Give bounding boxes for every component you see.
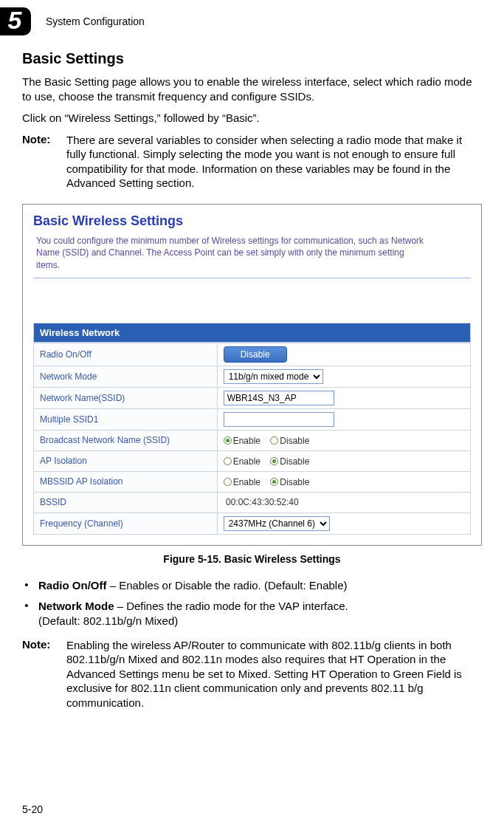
broadcast-disable-radio[interactable] bbox=[270, 436, 278, 445]
mbssid-enable-radio[interactable] bbox=[224, 478, 232, 486]
bullet-bold: Radio On/Off bbox=[38, 579, 107, 592]
row-broadcast: Broadcast Network Name (SSID) Enable Dis… bbox=[34, 430, 471, 450]
broadcast-disable-label: Disable bbox=[280, 436, 309, 446]
broadcast-enable-radio[interactable] bbox=[224, 436, 232, 445]
note-text: Enabling the wireless AP/Router to commu… bbox=[66, 638, 482, 710]
bullet-rest-line2: (Default: 802.11b/g/n Mixed) bbox=[38, 614, 178, 627]
note-label: Note: bbox=[22, 133, 59, 191]
label-ssid: Network Name(SSID) bbox=[34, 387, 218, 408]
network-mode-select[interactable]: 11b/g/n mixed mode bbox=[224, 369, 323, 384]
row-ap-isolation: AP Isolation Enable Disable bbox=[34, 450, 471, 471]
chapter-number-badge: 5 bbox=[0, 7, 31, 35]
apiso-disable-label: Disable bbox=[280, 456, 309, 467]
mbssid-enable-label: Enable bbox=[233, 477, 260, 487]
note-block-2: Note: Enabling the wireless AP/Router to… bbox=[22, 638, 482, 710]
mbssid-disable-radio[interactable] bbox=[270, 478, 278, 486]
figure-subtitle: You could configure the minimum number o… bbox=[33, 235, 427, 272]
label-radio-onoff: Radio On/Off bbox=[34, 343, 218, 366]
row-mssid1: Multiple SSID1 bbox=[34, 408, 471, 430]
value-bssid: 00:0C:43:30:52:40 bbox=[217, 492, 470, 513]
page-header: 5 System Configuration bbox=[0, 7, 482, 35]
label-network-mode: Network Mode bbox=[34, 366, 218, 387]
bullet-rest-line1: – Defines the radio mode for the VAP int… bbox=[114, 600, 348, 612]
intro-paragraph-2: Click on “Wireless Settings,” followed b… bbox=[22, 111, 482, 126]
note-block-1: Note: There are several variables to con… bbox=[22, 133, 482, 191]
label-frequency: Frequency (Channel) bbox=[34, 513, 218, 534]
label-bssid: BSSID bbox=[34, 492, 218, 513]
label-mssid1: Multiple SSID1 bbox=[34, 408, 218, 430]
label-broadcast: Broadcast Network Name (SSID) bbox=[34, 430, 218, 450]
table-header: Wireless Network bbox=[33, 323, 471, 343]
disable-button[interactable]: Disable bbox=[224, 346, 287, 363]
bullet-network-mode: • Network Mode – Defines the radio mode … bbox=[22, 599, 482, 629]
bullet-text: Radio On/Off – Enables or Disable the ra… bbox=[38, 578, 482, 593]
bullet-bold: Network Mode bbox=[38, 600, 114, 612]
row-frequency: Frequency (Channel) 2437MHz (Channel 6) bbox=[34, 513, 471, 534]
bullet-radio-onoff: • Radio On/Off – Enables or Disable the … bbox=[22, 578, 482, 593]
figure-box: Basic Wireless Settings You could config… bbox=[22, 204, 482, 546]
bullet-dot-icon: • bbox=[22, 578, 31, 593]
frequency-select[interactable]: 2437MHz (Channel 6) bbox=[224, 516, 330, 531]
mssid1-input[interactable] bbox=[224, 412, 334, 427]
note-label: Note: bbox=[22, 638, 59, 710]
divider bbox=[33, 278, 471, 278]
apiso-enable-label: Enable bbox=[233, 456, 260, 467]
bullet-text: Network Mode – Defines the radio mode fo… bbox=[38, 599, 482, 629]
broadcast-enable-label: Enable bbox=[233, 436, 260, 446]
bullet-rest: – Enables or Disable the radio. (Default… bbox=[107, 579, 348, 592]
figure-caption: Figure 5-15. Basic Wireless Settings bbox=[22, 553, 482, 565]
section-title: Basic Settings bbox=[22, 50, 482, 67]
apiso-enable-radio[interactable] bbox=[224, 457, 232, 465]
settings-table: Radio On/Off Disable Network Mode 11b/g/… bbox=[33, 343, 471, 535]
label-ap-isolation: AP Isolation bbox=[34, 450, 218, 471]
label-mbssid: MBSSID AP Isolation bbox=[34, 471, 218, 492]
row-radio-onoff: Radio On/Off Disable bbox=[34, 343, 471, 366]
figure-title: Basic Wireless Settings bbox=[33, 213, 471, 229]
row-ssid: Network Name(SSID) bbox=[34, 387, 471, 408]
mbssid-disable-label: Disable bbox=[280, 477, 309, 487]
apiso-disable-radio[interactable] bbox=[270, 457, 278, 465]
note-text: There are several variables to consider … bbox=[66, 133, 482, 191]
intro-paragraph-1: The Basic Setting page allows you to ena… bbox=[22, 75, 482, 103]
bullet-dot-icon: • bbox=[22, 599, 31, 629]
ssid-input[interactable] bbox=[224, 391, 334, 405]
page-number: 5-20 bbox=[22, 803, 43, 815]
row-bssid: BSSID 00:0C:43:30:52:40 bbox=[34, 492, 471, 513]
chapter-caption: System Configuration bbox=[46, 16, 145, 27]
row-network-mode: Network Mode 11b/g/n mixed mode bbox=[34, 366, 471, 387]
row-mbssid: MBSSID AP Isolation Enable Disable bbox=[34, 471, 471, 492]
